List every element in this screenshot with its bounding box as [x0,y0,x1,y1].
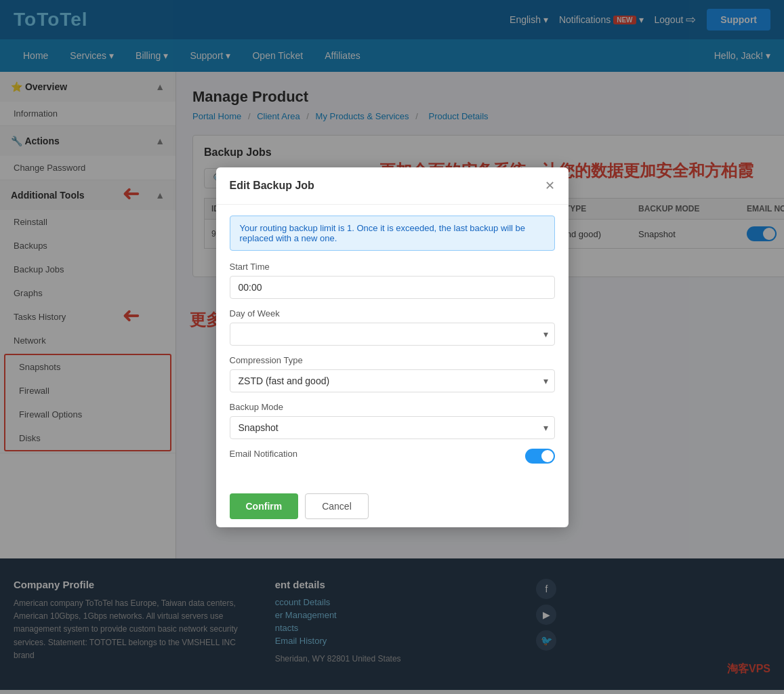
cancel-button[interactable]: Cancel [305,493,369,519]
confirm-button[interactable]: Confirm [230,493,299,519]
backup-mode-label: Backup Mode [230,402,555,412]
backup-mode-wrapper: Snapshot ▾ [230,416,555,439]
modal-email-toggle[interactable] [525,449,555,464]
day-of-week-label: Day of Week [230,308,555,319]
start-time-label: Start Time [230,262,555,272]
compression-type-select[interactable]: ZSTD (fast and good) [230,369,555,392]
modal-header: Edit Backup Job ✕ [216,167,569,205]
modal-footer: Confirm Cancel [216,485,569,527]
modal-overlay[interactable]: Edit Backup Job ✕ Your routing backup li… [0,0,784,690]
compression-type-label: Compression Type [230,355,555,365]
modal-body: Your routing backup limit is 1. Once it … [216,205,569,485]
info-banner: Your routing backup limit is 1. Once it … [230,216,555,251]
start-time-input[interactable] [230,276,555,299]
day-of-week-wrapper: ▾ [230,323,555,346]
backup-mode-select[interactable]: Snapshot [230,416,555,439]
day-of-week-select[interactable] [230,323,555,346]
email-notification-label: Email Notification [230,449,297,459]
modal-title: Edit Backup Job [230,180,314,192]
edit-backup-modal: Edit Backup Job ✕ Your routing backup li… [216,167,569,527]
modal-close-button[interactable]: ✕ [545,178,555,193]
compression-type-wrapper: ZSTD (fast and good) ▾ [230,369,555,392]
email-notification-row: Email Notification [230,449,555,464]
